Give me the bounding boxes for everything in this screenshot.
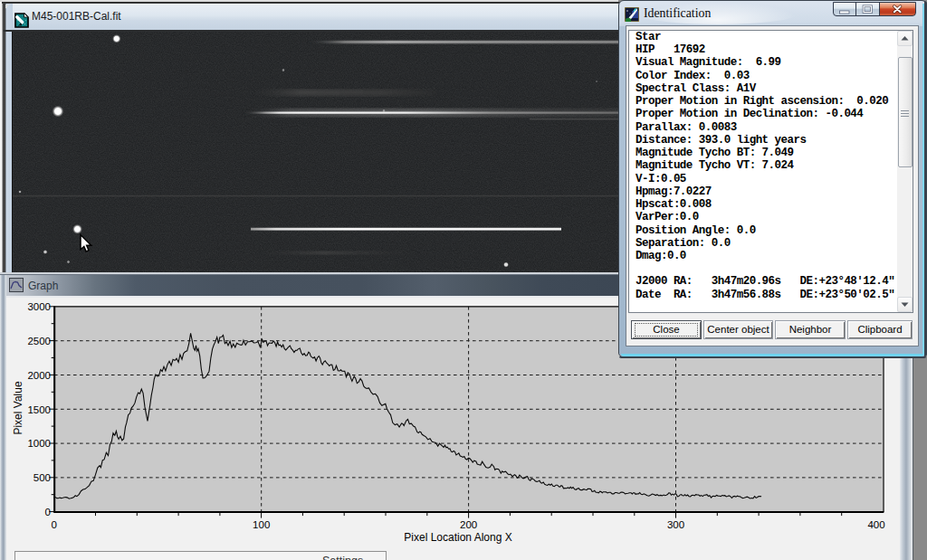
svg-text:500: 500 [33, 472, 51, 483]
svg-text:100: 100 [253, 519, 270, 530]
svg-text:3000: 3000 [27, 301, 51, 312]
svg-text:0: 0 [51, 519, 56, 530]
svg-text:2000: 2000 [27, 370, 51, 381]
svg-text:Pixel Location Along X: Pixel Location Along X [404, 531, 511, 544]
svg-text:2500: 2500 [27, 336, 51, 346]
svg-text:1500: 1500 [27, 404, 51, 415]
svg-text:Pixel Value: Pixel Value [12, 381, 24, 434]
svg-text:200: 200 [460, 519, 477, 530]
svg-text:Settings: Settings [322, 555, 363, 560]
svg-text:400: 400 [867, 519, 884, 530]
svg-text:1000: 1000 [27, 438, 51, 449]
svg-text:300: 300 [667, 519, 684, 530]
svg-text:0: 0 [45, 507, 51, 517]
